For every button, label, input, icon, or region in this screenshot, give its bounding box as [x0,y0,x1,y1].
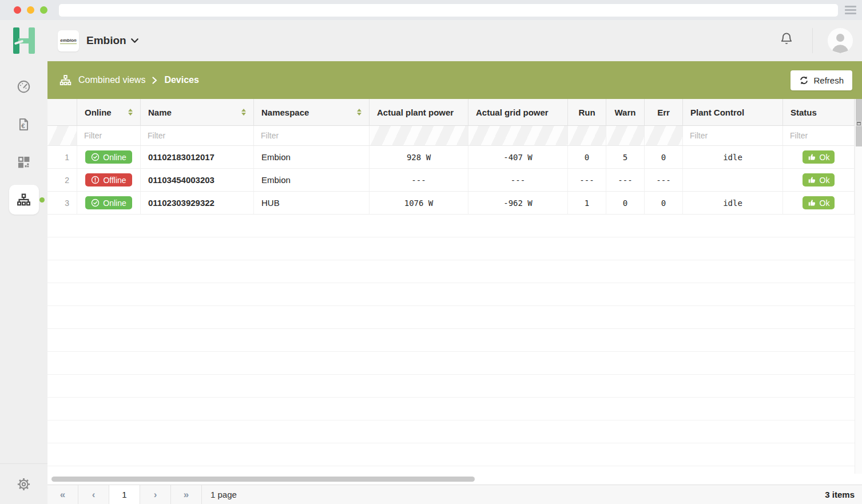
sidebar-item-devices[interactable] [9,185,39,215]
cell-online: Offline [77,169,141,191]
filter-input-status[interactable] [790,131,847,140]
window-controls [14,6,47,14]
column-label: Name [148,108,172,117]
org-logo[interactable]: embion [58,30,79,51]
cell-grid_power: --- [468,169,568,191]
online-status-badge: Online [85,150,132,164]
cell-err: 0 [645,192,683,214]
cell-status: Ok [783,146,855,168]
horizontal-scrollbar-thumb[interactable] [51,477,475,482]
sort-arrows-icon[interactable] [124,109,133,116]
thumbs-up-icon [808,199,816,207]
ok-status-badge: Ok [803,173,835,186]
filter-disabled-run [568,126,606,145]
hierarchy-icon [59,74,72,87]
app-logo[interactable] [0,20,47,61]
first-page-button[interactable]: « [47,485,78,504]
empty-row [47,420,855,443]
breadcrumb-section[interactable]: Combined views [78,75,145,85]
chevron-right-icon [152,77,157,84]
gear-icon [16,477,31,492]
column-header-rownum [47,99,77,125]
filter-disabled-plant_power [370,126,468,145]
column-header-name[interactable]: Name [141,99,254,125]
org-selector[interactable]: Embion [86,34,138,47]
filter-disabled-grid_power [468,126,568,145]
cell-status: Ok [783,192,855,214]
filter-cell-name [141,126,254,145]
empty-row [47,466,855,474]
url-bar[interactable] [59,4,838,17]
filter-input-plant_control[interactable] [690,131,776,140]
sort-arrows-icon[interactable] [352,109,362,116]
next-page-button[interactable]: › [140,485,171,504]
cell-name: 01103454003203 [141,169,254,191]
column-header-namespace[interactable]: Namespace [254,99,370,125]
column-chooser-button[interactable] [856,121,862,126]
empty-row [47,398,855,420]
column-header-plant_power: Actual plant power [370,99,468,125]
invoice-euro-icon: € [16,117,31,132]
online-status-badge: Online [85,196,132,209]
empty-row [47,443,855,466]
maximize-window-button[interactable] [40,6,47,14]
gauge-icon [16,79,31,94]
column-label: Err [657,108,670,117]
cell-plant_control [683,169,783,191]
table-row[interactable]: 2Offline01103454003203Embion------------… [47,169,855,192]
check-circle-icon [91,199,100,207]
refresh-button[interactable]: Refresh [791,70,852,90]
empty-row [47,352,855,375]
header-divider [812,28,813,53]
browser-menu-icon[interactable] [845,6,856,14]
column-label: Status [791,108,817,117]
cell-plant_power: 1076 W [370,192,468,214]
column-label: Actual grid power [476,108,549,117]
filter-cell-namespace [254,126,370,145]
refresh-label: Refresh [813,76,844,85]
current-page-button[interactable]: 1 [109,485,140,504]
sort-arrows-icon[interactable] [237,109,246,116]
items-count-label: 3 items [825,485,862,504]
minimize-window-button[interactable] [27,6,34,14]
cell-plant_power: --- [370,169,468,191]
filter-input-namespace[interactable] [261,131,362,140]
cell-plant_power: 928 W [370,146,468,168]
cell-warn: 5 [606,146,645,168]
cell-rownum: 1 [47,146,77,168]
column-header-online[interactable]: Online [77,99,141,125]
cell-err: --- [645,169,683,191]
cell-run: 1 [568,192,606,214]
table-row[interactable]: 1Online01102183012017Embion928 W-407 W05… [47,146,855,169]
previous-page-button[interactable]: ‹ [78,485,109,504]
table-header-row: OnlineNameNamespaceActual plant powerAct… [47,99,855,126]
filter-disabled-err [645,126,683,145]
last-page-button[interactable]: » [171,485,202,504]
sidebar-item-dashboard[interactable] [9,72,39,101]
sidebar-item-settings[interactable] [9,469,39,499]
sidebar: € [0,20,47,504]
check-circle-icon [91,153,100,161]
sidebar-item-billing[interactable]: € [9,109,39,139]
column-header-warn: Warn [606,99,645,125]
empty-row [47,283,855,306]
filter-input-name[interactable] [148,131,247,140]
table-row[interactable]: 3Online01102303929322HUB1076 W-962 W100i… [47,192,855,215]
sidebar-item-modules[interactable] [9,147,39,177]
empty-row [47,215,855,237]
notifications-button[interactable] [776,28,797,53]
cell-err: 0 [645,146,683,168]
close-window-button[interactable] [14,6,21,14]
cell-plant_control: idle [683,192,783,214]
empty-row [47,375,855,398]
filter-cell-online [77,126,141,145]
filter-cell-status [783,126,855,145]
empty-row [47,260,855,283]
filter-input-online[interactable] [84,131,133,140]
empty-row [47,329,855,352]
cell-rownum: 2 [47,169,77,191]
user-avatar[interactable] [828,28,853,53]
cell-plant_control: idle [683,146,783,168]
page-count-label: 1 page [202,485,237,504]
cell-namespace: Embion [254,169,370,191]
